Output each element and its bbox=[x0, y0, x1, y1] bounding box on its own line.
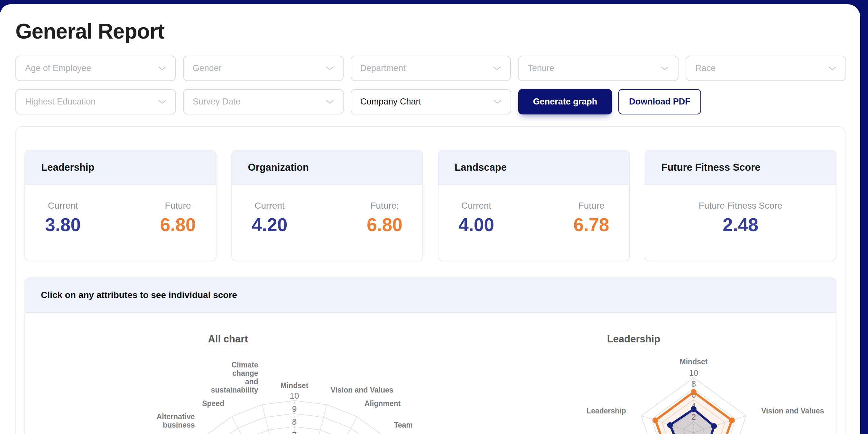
score-cards-row: Leadership Current 3.80 Future 6.80 bbox=[25, 150, 836, 261]
filter-chart-type[interactable]: Company Chart bbox=[351, 89, 511, 114]
filter-placeholder: Gender bbox=[193, 63, 222, 73]
chevron-down-icon bbox=[493, 100, 502, 104]
metric-future: Future 6.80 bbox=[160, 201, 196, 235]
filter-placeholder: Department bbox=[360, 63, 406, 73]
metric-current: Current 4.20 bbox=[252, 201, 288, 235]
svg-text:7: 7 bbox=[292, 430, 297, 434]
score-card-title: Organization bbox=[248, 162, 309, 173]
chevron-down-icon bbox=[326, 100, 334, 104]
filter-age-of-employee[interactable]: Age of Employee bbox=[16, 56, 176, 81]
svg-text:Alignment: Alignment bbox=[365, 399, 401, 408]
svg-text:10: 10 bbox=[290, 391, 299, 401]
score-card-body: Current 4.20 Future: 6.80 bbox=[232, 185, 423, 235]
leadership-chart-region: Leadership 108642MindsetVision and Value… bbox=[431, 313, 836, 434]
all-chart-radar[interactable]: 10987MindsetVision and ValuesAlignmentTe… bbox=[25, 313, 456, 434]
svg-text:8: 8 bbox=[292, 417, 297, 427]
svg-text:Speed: Speed bbox=[202, 399, 224, 408]
filter-selected-value: Company Chart bbox=[360, 97, 421, 107]
filter-department[interactable]: Department bbox=[351, 56, 511, 81]
filters-row-1: Age of Employee Gender Department Tenure… bbox=[16, 56, 846, 81]
score-card-header: Leadership bbox=[25, 151, 216, 185]
svg-text:Mindset: Mindset bbox=[281, 381, 309, 390]
filter-placeholder: Highest Education bbox=[25, 97, 96, 107]
filter-gender[interactable]: Gender bbox=[183, 56, 344, 81]
score-card-body: Current 4.00 Future 6.78 bbox=[438, 185, 629, 235]
filter-placeholder: Survey Date bbox=[193, 97, 241, 107]
metric-future: Future: 6.80 bbox=[367, 201, 402, 235]
app-sheet: General Report Age of Employee Gender De… bbox=[0, 4, 860, 434]
svg-text:Alternativebusiness: Alternativebusiness bbox=[157, 412, 195, 429]
score-card-title: Future Fitness Score bbox=[661, 162, 761, 173]
score-card-leadership: Leadership Current 3.80 Future 6.80 bbox=[25, 150, 217, 261]
svg-text:10: 10 bbox=[689, 368, 699, 378]
score-card-header: Organization bbox=[232, 151, 423, 185]
score-card-title: Landscape bbox=[455, 162, 507, 173]
charts-row: All chart 10987MindsetVision and ValuesA… bbox=[25, 313, 836, 434]
metric-future: Future 6.78 bbox=[574, 201, 609, 235]
chevron-down-icon bbox=[158, 100, 166, 104]
chevron-down-icon bbox=[158, 66, 166, 71]
leadership-chart-radar[interactable]: 108642MindsetVision and ValuesLeadership bbox=[431, 313, 836, 434]
svg-text:Mindset: Mindset bbox=[680, 358, 708, 366]
generate-graph-button[interactable]: Generate graph bbox=[518, 89, 612, 114]
svg-text:Leadership: Leadership bbox=[587, 407, 626, 415]
charts-panel: Click on any attributes to see individua… bbox=[25, 277, 836, 434]
metric-future-fitness: Future Fitness Score 2.48 bbox=[699, 201, 782, 235]
svg-text:Vision and Values: Vision and Values bbox=[331, 386, 393, 394]
score-card-body: Current 3.80 Future 6.80 bbox=[25, 185, 216, 235]
filter-placeholder: Tenure bbox=[528, 63, 554, 73]
score-card-header: Landscape bbox=[438, 151, 629, 185]
metric-current: Current 3.80 bbox=[45, 201, 81, 235]
all-chart-region: All chart 10987MindsetVision and ValuesA… bbox=[25, 313, 431, 434]
score-card-landscape: Landscape Current 4.00 Future 6.78 bbox=[438, 150, 630, 261]
score-card-body: Future Fitness Score 2.48 bbox=[645, 185, 836, 235]
score-card-header: Future Fitness Score bbox=[645, 151, 836, 185]
filter-placeholder: Age of Employee bbox=[25, 63, 91, 73]
filter-placeholder: Race bbox=[695, 63, 715, 73]
filter-tenure[interactable]: Tenure bbox=[518, 56, 679, 81]
download-pdf-button[interactable]: Download PDF bbox=[618, 89, 701, 114]
filter-highest-education[interactable]: Highest Education bbox=[16, 89, 176, 114]
score-card-title: Leadership bbox=[41, 162, 94, 173]
svg-text:Vision and Values: Vision and Values bbox=[761, 407, 824, 415]
svg-text:8: 8 bbox=[691, 379, 696, 389]
score-card-organization: Organization Current 4.20 Future: 6.80 bbox=[231, 150, 423, 261]
svg-text:Climatechangeandsustainability: Climatechangeandsustainability bbox=[211, 361, 258, 394]
chevron-down-icon bbox=[326, 66, 334, 71]
report-container: Leadership Current 3.80 Future 6.80 bbox=[16, 126, 845, 434]
svg-text:9: 9 bbox=[292, 404, 297, 414]
score-card-future-fitness: Future Fitness Score Future Fitness Scor… bbox=[645, 150, 837, 261]
chevron-down-icon bbox=[660, 66, 669, 71]
page-title: General Report bbox=[16, 19, 846, 43]
filter-race[interactable]: Race bbox=[686, 56, 846, 81]
chevron-down-icon bbox=[828, 66, 836, 71]
metric-current: Current 4.00 bbox=[459, 201, 494, 235]
svg-text:Team: Team bbox=[394, 421, 412, 429]
filters-row-2: Highest Education Survey Date Company Ch… bbox=[16, 89, 846, 114]
chevron-down-icon bbox=[493, 66, 501, 71]
filter-survey-date[interactable]: Survey Date bbox=[183, 89, 344, 114]
charts-note: Click on any attributes to see individua… bbox=[41, 290, 237, 300]
charts-banner: Click on any attributes to see individua… bbox=[25, 278, 836, 313]
